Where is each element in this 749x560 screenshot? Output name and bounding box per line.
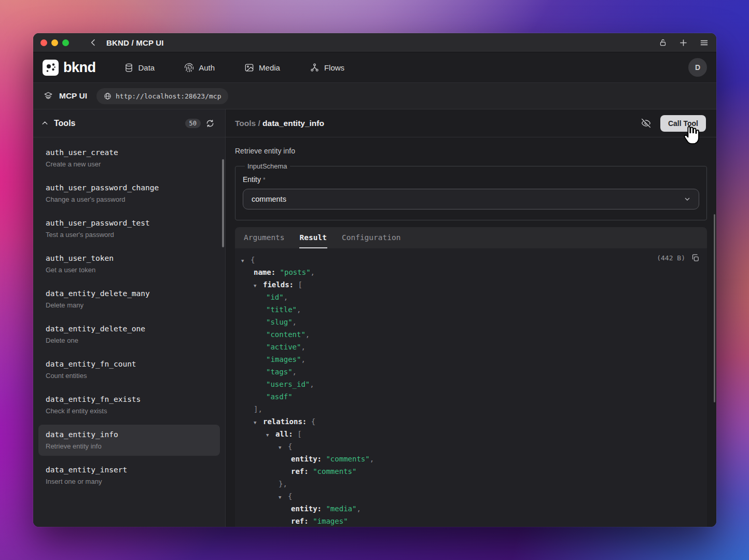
lock-open-icon[interactable] xyxy=(658,38,668,47)
tab-configuration[interactable]: Configuration xyxy=(341,227,401,248)
tool-name: data_entity_fn_count xyxy=(46,360,213,368)
breadcrumb: Tools / data_entity_info xyxy=(235,119,324,128)
json-token-str: "tags" xyxy=(266,368,293,376)
tool-description: Retrieve entity info xyxy=(226,137,716,155)
chevron-left-icon xyxy=(89,38,98,47)
tool-name: auth_user_token xyxy=(46,254,213,262)
chevron-up-icon xyxy=(40,119,49,128)
app-window: BKND / MCP UI bknd xyxy=(33,33,716,527)
input-schema-legend: InputSchema xyxy=(245,162,290,170)
sidebar-tool-auth_user_password_change[interactable]: auth_user_password_changeChange a user's… xyxy=(38,178,220,209)
required-marker: * xyxy=(263,176,266,184)
collapse-arrow-icon[interactable]: ▼ xyxy=(279,441,288,454)
nav-item-media[interactable]: Media xyxy=(244,63,280,73)
minimize-window-button[interactable] xyxy=(51,39,58,46)
breadcrumb-section[interactable]: Tools xyxy=(235,119,256,128)
refresh-tools-button[interactable] xyxy=(205,119,215,128)
mcp-subheader: MCP UI http://localhost:28623/mcp xyxy=(33,83,716,109)
sidebar-tool-data_entity_delete_one[interactable]: data_entity_delete_oneDelete one xyxy=(38,319,220,350)
bknd-logo-icon xyxy=(43,60,59,76)
user-avatar[interactable]: D xyxy=(688,58,707,77)
copy-result-button[interactable] xyxy=(691,254,700,262)
nav-item-label: Data xyxy=(138,63,155,72)
entity-select[interactable]: comments xyxy=(243,189,699,209)
collapse-arrow-icon[interactable]: ▼ xyxy=(279,491,288,503)
nav-item-auth[interactable]: Auth xyxy=(184,63,215,73)
brand-logo[interactable]: bknd xyxy=(43,60,96,76)
json-token-pun: , xyxy=(310,380,314,388)
close-window-button[interactable] xyxy=(40,39,47,46)
back-button[interactable] xyxy=(89,38,98,47)
workflow-icon xyxy=(310,63,320,73)
main-scrollbar[interactable] xyxy=(714,214,715,402)
json-token-pun: , xyxy=(293,318,297,326)
tool-description: Get a user token xyxy=(46,266,213,274)
json-token-str: "id" xyxy=(266,293,284,301)
tool-name: data_entity_fn_exists xyxy=(46,395,213,403)
json-token-pun: }, xyxy=(279,480,287,488)
tab-arguments[interactable]: Arguments xyxy=(243,227,285,248)
eye-off-icon xyxy=(641,118,651,128)
json-token-pun: [ xyxy=(293,430,302,438)
refresh-icon xyxy=(205,119,215,128)
breadcrumb-current: data_entity_info xyxy=(262,119,324,128)
json-line: ▼all: [ xyxy=(235,428,707,440)
nav-item-flows[interactable]: Flows xyxy=(310,63,344,73)
json-line: "slug", xyxy=(235,316,707,328)
copy-icon xyxy=(691,254,700,262)
entity-field-label: Entity* xyxy=(243,175,699,184)
image-icon xyxy=(244,63,254,73)
json-token-pun: , xyxy=(297,305,301,314)
sidebar-tool-auth_user_token[interactable]: auth_user_tokenGet a user token xyxy=(38,248,220,279)
tool-description: Test a user's password xyxy=(46,231,213,239)
entity-select-value: comments xyxy=(252,195,286,203)
result-meta: (442 B) xyxy=(657,254,700,262)
sidebar-tool-data_entity_fn_count[interactable]: data_entity_fn_countCount entities xyxy=(38,354,220,385)
menu-icon[interactable] xyxy=(699,38,709,48)
tools-section-header[interactable]: Tools 50 xyxy=(33,109,225,137)
sidebar-tool-data_entity_info[interactable]: data_entity_infoRetrieve entity info xyxy=(38,425,220,456)
json-line: ▼{ xyxy=(235,440,707,453)
breadcrumb-separator: / xyxy=(256,119,262,128)
json-line: "images", xyxy=(235,353,707,366)
tool-name: data_entity_insert xyxy=(46,466,213,474)
collapse-arrow-icon[interactable]: ▼ xyxy=(254,279,263,292)
json-token-str: "asdf" xyxy=(266,393,293,401)
json-line: "content", xyxy=(235,328,707,341)
server-url-pill[interactable]: http://localhost:28623/mcp xyxy=(96,88,229,104)
sidebar-tool-data_entity_delete_many[interactable]: data_entity_delete_manyDelete many xyxy=(38,284,220,315)
app-navbar: bknd Data Auth Media Flows D xyxy=(33,52,716,83)
collapse-arrow-icon[interactable]: ▼ xyxy=(241,255,251,267)
tool-name: auth_user_create xyxy=(46,148,213,157)
tool-name: data_entity_delete_one xyxy=(46,325,213,333)
json-token-pun: , xyxy=(356,505,360,513)
json-token-pun: , xyxy=(311,268,315,276)
nav-item-label: Media xyxy=(259,63,280,72)
json-token-pun: { xyxy=(288,492,292,500)
new-tab-icon[interactable] xyxy=(678,38,688,48)
hide-result-button[interactable] xyxy=(641,118,651,128)
tool-list: auth_user_createCreate a new userauth_us… xyxy=(33,137,225,527)
tools-count-badge: 50 xyxy=(185,119,201,128)
sidebar-scrollbar[interactable] xyxy=(222,159,224,247)
tab-result[interactable]: Result xyxy=(299,227,327,248)
json-token-key: ref: xyxy=(291,467,309,475)
json-token-str: "images" xyxy=(266,355,301,363)
collapse-arrow-icon[interactable]: ▼ xyxy=(266,429,275,441)
zoom-window-button[interactable] xyxy=(62,39,69,46)
layers-icon xyxy=(44,91,53,101)
json-token-pun: , xyxy=(293,368,297,376)
chevron-down-icon xyxy=(683,195,691,203)
call-tool-button[interactable]: Call Tool xyxy=(660,115,706,132)
sidebar-tool-auth_user_password_test[interactable]: auth_user_password_testTest a user's pas… xyxy=(38,213,220,244)
tools-section-title: Tools xyxy=(54,119,75,128)
sidebar-tool-data_entity_fn_exists[interactable]: data_entity_fn_existsCheck if entity exi… xyxy=(38,389,220,421)
sidebar-tool-auth_user_create[interactable]: auth_user_createCreate a new user xyxy=(38,143,220,174)
nav-item-data[interactable]: Data xyxy=(124,63,155,73)
sidebar-tool-data_entity_insert[interactable]: data_entity_insertInsert one or many xyxy=(38,460,220,491)
collapse-arrow-icon[interactable]: ▼ xyxy=(254,416,263,429)
tool-description: Delete many xyxy=(46,301,213,309)
json-token-str: "title" xyxy=(266,305,297,314)
tool-description: Delete one xyxy=(46,337,213,344)
json-token-str: "posts" xyxy=(275,268,310,276)
